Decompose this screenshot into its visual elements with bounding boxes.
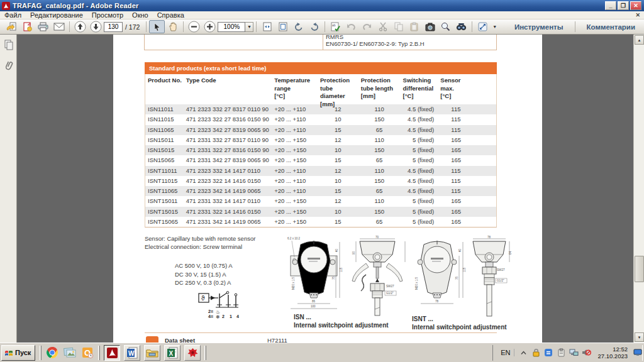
window-controls: _ ❐ ✕ [605, 1, 641, 10]
redo-button[interactable] [359, 20, 375, 33]
table-cell: 471 2331 332 14 1417 0110 [185, 196, 270, 206]
scroll-up-icon[interactable]: ▲ [635, 35, 644, 45]
table-cell: 165 [438, 217, 496, 227]
previous-page-button[interactable] [72, 20, 88, 33]
table-cell: 12 [318, 196, 358, 206]
menu-help[interactable]: Справка [153, 11, 189, 19]
menu-edit[interactable]: Редактирование [26, 11, 87, 19]
toolbar-overflow-caret-icon[interactable]: ▼ [492, 25, 497, 29]
scrollbar-thumb[interactable] [635, 256, 644, 282]
table-cell: ISNT11015 [145, 176, 185, 186]
dim-label: 40 [335, 248, 338, 252]
table-cell: +20 ... +110 [270, 125, 318, 135]
cut-button[interactable] [375, 20, 391, 33]
language-indicator[interactable]: EN [497, 349, 514, 356]
marquee-zoom-button[interactable] [438, 20, 453, 33]
heating-terminal-label: 2= [208, 309, 213, 314]
restore-button[interactable]: ❐ [618, 1, 629, 10]
table-cell: ISNT15011 [145, 196, 185, 206]
table-row: ISN15015471 2331 322 27 8316 0150 90+20 … [145, 145, 496, 155]
taskbar-adobe-reader-button[interactable] [104, 345, 120, 361]
table-cell: 165 [438, 196, 496, 206]
rotate-ccw-button[interactable] [291, 20, 306, 33]
minimize-button[interactable]: _ [605, 1, 616, 10]
volume-muted-icon[interactable] [581, 348, 591, 358]
zoom-level-select[interactable]: 100% [218, 22, 245, 32]
snapshot-button[interactable] [422, 20, 438, 33]
print-button[interactable] [35, 20, 51, 33]
taskbar-excel-button[interactable]: X [164, 345, 180, 361]
table-cell: +20 ... +150 [270, 217, 318, 227]
attachments-paperclip-icon[interactable] [4, 60, 14, 71]
document-close-icon[interactable]: ✕ [635, 11, 640, 19]
comments-panel-button[interactable]: Комментарии [578, 23, 644, 31]
network-icon[interactable] [569, 348, 579, 358]
column-header: Temperaturerange[°C] [270, 74, 318, 104]
find-button[interactable] [453, 20, 469, 33]
table-cell: ISNT15065 [145, 217, 185, 227]
menu-view[interactable]: Просмотр [87, 11, 128, 19]
zoom-in-button[interactable] [202, 20, 218, 33]
chrome-icon[interactable] [45, 345, 60, 360]
datasheet-icon [146, 336, 158, 343]
taskbar-antivirus-button[interactable] [184, 345, 201, 361]
next-page-button[interactable] [88, 20, 104, 33]
table-cell: ISNT15015 [145, 207, 185, 217]
table-cell: ISN11015 [145, 114, 185, 124]
outlook-icon[interactable]: O [80, 345, 95, 360]
table-cell: 471 2331 342 14 1419 0065 [185, 217, 270, 227]
table-row: ISN11015471 2323 322 27 8316 0150 90+20 … [145, 114, 496, 124]
tools-panel-button[interactable]: Инструменты [506, 23, 572, 31]
column-header: Sensormax.[°C] [438, 74, 496, 104]
table-cell: +20 ... +150 [270, 196, 318, 206]
tray-expand-chevron-icon[interactable] [518, 348, 528, 358]
zoom-dropdown-caret-icon[interactable]: ▼ [245, 22, 253, 32]
zoom-out-button[interactable] [186, 20, 202, 33]
page-thumbnails-icon[interactable] [4, 40, 14, 51]
start-button[interactable]: Пуск [1, 345, 35, 361]
taskbar-explorer-button[interactable] [144, 345, 160, 361]
table-cell: 150 [358, 176, 401, 186]
spellcheck-button[interactable]: ab [328, 20, 343, 33]
save-button[interactable] [4, 20, 19, 33]
table-cell: 65 [358, 217, 401, 227]
menu-file[interactable]: Файл [0, 11, 26, 19]
table-cell: 471 2323 332 14 1417 0110 [185, 166, 270, 176]
table-divider [323, 35, 323, 50]
photos-icon[interactable] [62, 345, 77, 360]
toolbar-separator [146, 21, 147, 32]
fit-width-button[interactable] [259, 20, 275, 33]
table-cell: 471 2323 332 27 8317 0110 90 [185, 104, 270, 114]
page-number-input[interactable] [104, 22, 123, 32]
fit-page-button[interactable] [275, 20, 291, 33]
rating-line: AC 500 V, 10 (0.75) A [175, 261, 233, 270]
fullscreen-button[interactable] [475, 20, 491, 33]
rotate-cw-button[interactable] [306, 20, 322, 33]
email-button[interactable] [51, 20, 67, 33]
taskbar-word-button[interactable]: W [124, 345, 140, 361]
table-cell: 5 (fixed) [401, 145, 438, 155]
table-cell: +20 ... +110 [270, 186, 318, 196]
clock[interactable]: 12:52 27.10.2023 [597, 346, 628, 359]
scroll-down-icon[interactable]: ▼ [635, 332, 644, 342]
show-desktop-icon[interactable] [633, 347, 643, 358]
copy-button[interactable] [391, 20, 406, 33]
close-button[interactable]: ✕ [630, 1, 641, 10]
taskband-grip [98, 346, 100, 360]
create-pdf-button[interactable] [19, 20, 35, 33]
security-lock-icon[interactable] [531, 348, 541, 358]
table-cell: 65 [358, 186, 401, 196]
select-tool-button[interactable] [149, 20, 165, 33]
clipboard-tool-icon[interactable] [556, 348, 566, 358]
quicklaunch-grip [40, 346, 42, 360]
isn-side-drawing: 70 SW27 G1/2" [347, 236, 409, 320]
menu-window[interactable]: Окно [128, 11, 153, 19]
electrical-ratings: AC 500 V, 10 (0.75) A DC 30 V, 15 (1.5) … [175, 261, 233, 287]
punto-switcher-icon[interactable] [543, 348, 553, 358]
undo-button[interactable] [343, 20, 359, 33]
paste-button[interactable] [406, 20, 422, 33]
vertical-scrollbar[interactable]: ▲ ▼ [633, 35, 644, 343]
table-cell: 10 [318, 207, 358, 217]
hand-tool-button[interactable] [165, 20, 180, 33]
toolbar-separator [575, 21, 575, 32]
